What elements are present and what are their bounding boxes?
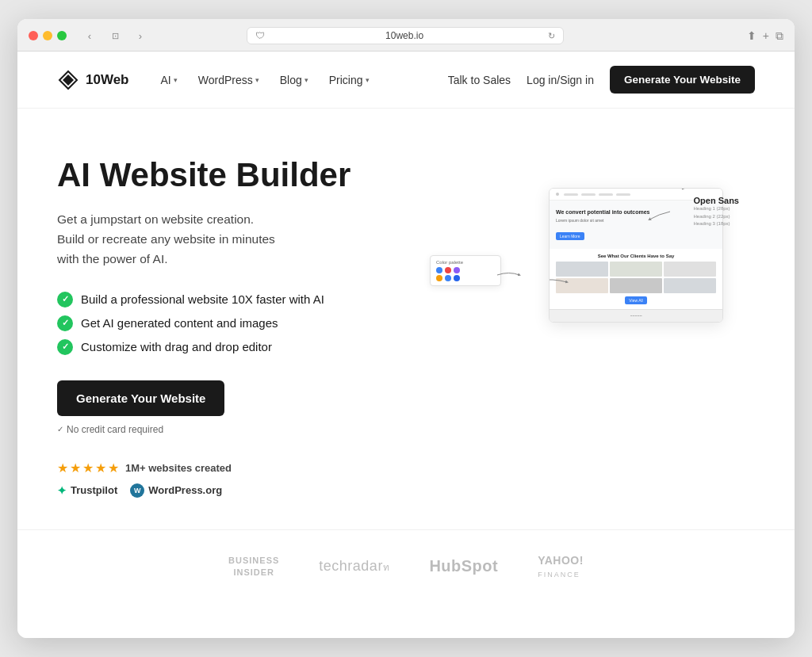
nav-item-ai[interactable]: AI ▾ <box>153 69 186 91</box>
social-proof: ★ ★ ★ ★ ★ 1M+ websites created ✦ Trustpi… <box>57 460 390 498</box>
preview-img-3 <box>610 262 662 277</box>
logo[interactable]: 10Web <box>57 69 129 91</box>
minimize-button[interactable] <box>43 31 52 40</box>
preview-nav-links <box>564 193 630 196</box>
browser-window: ‹ ⊡ › 🛡 10web.io ↻ ⬆ + ⧉ <box>17 19 795 638</box>
websites-count: 1M+ websites created <box>125 462 232 474</box>
back-button[interactable]: ‹ <box>79 28 100 44</box>
preview-section-btn-wrap: View All <box>556 296 716 304</box>
preview-container: Color palette <box>438 164 739 418</box>
share-icon[interactable]: ⬆ <box>747 29 756 43</box>
color-swatches <box>436 267 495 273</box>
nav-item-pricing[interactable]: Pricing ▾ <box>321 69 377 91</box>
close-button[interactable] <box>29 31 38 40</box>
image-arrow <box>549 274 569 286</box>
feature-item-2: Get AI generated content and images <box>57 315 390 331</box>
hero-section: AI Website Builder Get a jumpstart on we… <box>17 109 795 529</box>
color-swatch-2 <box>445 267 451 273</box>
preview-img-6 <box>664 278 716 293</box>
logo-icon <box>57 69 79 91</box>
address-bar[interactable]: 🛡 10web.io ↻ <box>247 27 564 44</box>
preview-section-btn: View All <box>625 296 646 304</box>
techradar-logo: techradarท <box>319 558 389 575</box>
font-arrow <box>648 208 672 223</box>
url-display: 10web.io <box>270 30 540 41</box>
wordpress-badge: W WordPress.org <box>130 483 222 498</box>
talk-to-sales-link[interactable]: Talk to Sales <box>448 74 511 86</box>
chevron-down-icon: ▾ <box>174 76 178 84</box>
preview-nav-link-3 <box>599 193 613 196</box>
no-credit-card-text: No credit card required <box>57 424 390 435</box>
preview-footer-text: ━ ━ ━ ━ ━ <box>630 314 642 318</box>
preview-col-3 <box>664 262 716 293</box>
star-2: ★ <box>70 460 81 476</box>
trust-row: ✦ Trustpilot W WordPress.org <box>57 483 390 498</box>
logo-text: 10Web <box>86 72 129 88</box>
color-swatch-1 <box>436 267 442 273</box>
wordpress-icon: W <box>130 483 144 498</box>
window-button[interactable]: ⊡ <box>105 28 125 44</box>
traffic-lights <box>29 31 67 40</box>
header-arrow <box>679 188 703 192</box>
color-palette-annotation: Color palette <box>430 255 501 286</box>
star-5: ★ <box>108 460 119 476</box>
star-rating: ★ ★ ★ ★ ★ <box>57 460 119 476</box>
chevron-down-icon: ▾ <box>304 76 308 84</box>
star-3: ★ <box>82 460 94 476</box>
hubspot-logo: HubSpot <box>429 557 498 575</box>
preview-nav-link-1 <box>564 193 578 196</box>
star-1: ★ <box>57 460 68 476</box>
new-tab-icon[interactable]: + <box>763 29 769 43</box>
preview-nav-dot <box>556 193 559 196</box>
hero-cta-button[interactable]: Generate Your Website <box>57 380 224 416</box>
trustpilot-badge: ✦ Trustpilot <box>57 484 117 497</box>
star-4: ★ <box>95 460 106 476</box>
tabs-icon[interactable]: ⧉ <box>776 29 783 43</box>
preview-hero-sub: Lorem ipsum dolor sit amet <box>556 218 716 223</box>
maximize-button[interactable] <box>57 31 67 40</box>
login-link[interactable]: Log in/Sign in <box>527 74 594 86</box>
font-samples: Heading 1 (28px) Heading 2 (22px) Headin… <box>694 205 739 228</box>
preview-nav-link-4 <box>616 193 630 196</box>
browser-nav: ‹ ⊡ › <box>79 28 151 44</box>
hero-right: Color palette <box>422 156 755 418</box>
color-swatch-3 <box>454 267 460 273</box>
nav-item-wordpress[interactable]: WordPress ▾ <box>190 69 267 91</box>
forward-button[interactable]: › <box>130 28 151 44</box>
check-icon-3 <box>57 339 73 355</box>
nav-item-blog[interactable]: Blog ▾ <box>272 69 316 91</box>
preview-cta: Learn More <box>556 232 584 240</box>
hero-subtitle: Get a jumpstart on website creation. Bui… <box>57 210 390 269</box>
trustpilot-icon: ✦ <box>57 484 67 497</box>
image-annotation: Image <box>549 274 569 286</box>
generate-website-button[interactable]: Generate Your Website <box>610 66 755 94</box>
media-logos: BusinessInsider techradarท HubSpot YAHOO… <box>17 529 795 611</box>
security-icon: 🛡 <box>255 30 265 41</box>
feature-item-1: Build a professional website 10X faster … <box>57 292 390 307</box>
preview-section-title: See What Our Clients Have to Say <box>556 254 716 258</box>
yahoo-finance-logo: YAHOO!FINANCE <box>538 554 584 579</box>
font-name: Open Sans <box>694 196 739 205</box>
chevron-down-icon: ▾ <box>366 76 370 84</box>
navbar: 10Web AI ▾ WordPress ▾ Blog ▾ Pricing ▾ <box>17 52 795 109</box>
color-swatch-6 <box>454 275 460 281</box>
browser-chrome: ‹ ⊡ › 🛡 10web.io ↻ ⬆ + ⧉ <box>17 19 795 52</box>
preview-col-2 <box>610 262 662 293</box>
preview-img-4 <box>610 278 662 293</box>
color-arrow <box>497 267 521 283</box>
preview-hero-text: We convert potential into outcomes <box>556 208 716 216</box>
color-swatch-5 <box>445 275 451 281</box>
preview-image-block <box>556 262 716 293</box>
color-swatches-2 <box>436 275 495 281</box>
check-icon-1 <box>57 292 73 307</box>
page-content: 10Web AI ▾ WordPress ▾ Blog ▾ Pricing ▾ <box>17 52 795 638</box>
color-swatch-4 <box>436 275 442 281</box>
preview-footer: ━ ━ ━ ━ ━ <box>550 309 722 322</box>
color-palette-label: Color palette <box>436 260 495 265</box>
chevron-down-icon: ▾ <box>255 76 259 84</box>
preview-nav-link-2 <box>581 193 596 196</box>
nav-links: AI ▾ WordPress ▾ Blog ▾ Pricing ▾ <box>153 69 448 91</box>
check-icon-2 <box>57 315 73 331</box>
preview-section: See What Our Clients Have to Say <box>550 249 722 309</box>
font-annotation: Open Sans Heading 1 (28px) Heading 2 (22… <box>694 196 739 228</box>
